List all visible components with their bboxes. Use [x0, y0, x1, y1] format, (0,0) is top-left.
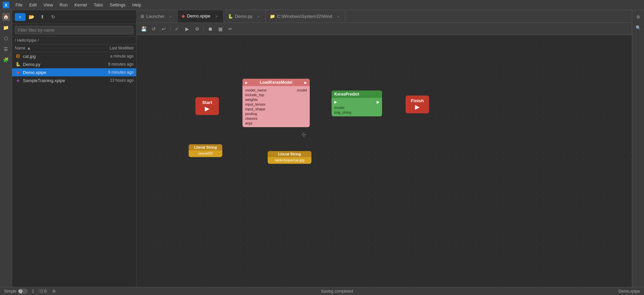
- toolbar-separator: [170, 26, 171, 32]
- menu-help[interactable]: Help: [129, 2, 144, 8]
- menu-view[interactable]: View: [41, 2, 55, 8]
- run-button[interactable]: ▶: [183, 25, 191, 33]
- node-finish[interactable]: Finish ▶: [406, 96, 429, 113]
- save-button[interactable]: 💾: [139, 25, 148, 33]
- menu-file[interactable]: File: [13, 2, 25, 8]
- launcher-tab-icon: ⊞: [141, 14, 144, 19]
- kernel-badge-icon: ⬡: [40, 289, 43, 293]
- menu-tabs[interactable]: Tabs: [91, 2, 106, 8]
- left-sidebar: 🏠 📁 ⬡ ☰ 🧩: [0, 10, 12, 287]
- tab-label: Demo.py: [235, 14, 253, 19]
- file-modified: a minute ago: [90, 54, 134, 59]
- content-area: ⊞ Launcher × ◆ Demo.xpipe × 🐍 Demo.py × …: [137, 10, 632, 287]
- active-file: Demo.xpipe: [618, 289, 640, 294]
- edit-button[interactable]: ✏: [226, 25, 235, 33]
- menu-settings[interactable]: Settings: [107, 2, 128, 8]
- tab-close-demo-py[interactable]: ×: [256, 14, 261, 19]
- folder-tab-icon: 📁: [270, 14, 275, 19]
- sidebar-icon-list[interactable]: ☰: [2, 45, 10, 53]
- simple-toggle[interactable]: Simple: [4, 289, 28, 294]
- node-literal-string-1[interactable]: Literal String resnet50: [189, 144, 222, 157]
- tab-close-launcher[interactable]: ×: [168, 14, 173, 19]
- file-item-demo-py[interactable]: 🐍 Demo.py 9 minutes ago: [12, 60, 136, 68]
- lkm-port-model-name: model_name model: [245, 88, 307, 92]
- undo-button[interactable]: ↩: [159, 25, 168, 33]
- tab-launcher[interactable]: ⊞ Launcher ×: [137, 10, 178, 23]
- sidebar-icon-extensions[interactable]: 🧩: [2, 56, 10, 64]
- file-item-sample-training[interactable]: ◈ SampleTraining.xpipe 13 hours ago: [12, 76, 136, 84]
- node-load-keras-model[interactable]: ▶ LoadKerasModel ▶ model_name model incl…: [242, 79, 310, 127]
- column-modified[interactable]: Last Modified: [90, 46, 134, 50]
- tab-demo-py[interactable]: 🐍 Demo.py ×: [224, 10, 266, 23]
- tab-label: C:\Windows\System32\Wind: [277, 14, 332, 19]
- toggle-track[interactable]: [18, 289, 28, 294]
- kp-title: KerasPredict: [334, 92, 359, 97]
- check-button[interactable]: ✓: [173, 25, 181, 33]
- file-modified: 9 minutes ago: [90, 62, 134, 67]
- tab-close-system32[interactable]: ×: [336, 14, 341, 19]
- menu-kernel[interactable]: Kernel: [72, 2, 90, 8]
- file-name: Demo.xpipe: [23, 70, 90, 75]
- statusbar-left: Simple 2 ⬡ 0 ⚙: [4, 289, 56, 294]
- app-logo: X: [3, 2, 9, 8]
- pipeline-canvas[interactable]: Start ▶ ▶ LoadKerasModel ▶ model_name mo: [137, 35, 632, 287]
- settings-button[interactable]: ⚙: [193, 25, 201, 33]
- node-literal-string-2[interactable]: Literal String HelloXpipe/cat.jpg: [268, 151, 311, 164]
- sidebar-icon-files[interactable]: 📁: [2, 24, 10, 32]
- menu-edit[interactable]: Edit: [27, 2, 39, 8]
- node-start-play: ▶: [205, 105, 210, 112]
- tab-label: Demo.xpipe: [187, 13, 210, 19]
- right-sidebar: ⚙ 🔍: [632, 10, 644, 287]
- lkm-port-input-tensor: input_tensor: [245, 102, 307, 106]
- file-item-demo-xpipe[interactable]: ◆ Demo.xpipe 9 minutes ago: [12, 68, 136, 76]
- toggle-thumb: [18, 289, 23, 293]
- connections-svg: [137, 35, 237, 85]
- move-cursor: ⊹: [301, 131, 306, 138]
- node-start[interactable]: Start ▶: [195, 97, 219, 115]
- new-button[interactable]: + +: [15, 13, 26, 21]
- file-item-cat[interactable]: 🖼 cat.jpg a minute ago: [12, 52, 136, 60]
- file-name: cat.jpg: [23, 54, 90, 59]
- lkm-port-pooling: pooling: [245, 112, 307, 116]
- editor-toolbar: 💾 ↺ ↩ ✓ ▶ ⚙ ⏹ ▦ ✏: [137, 23, 632, 35]
- reload-button[interactable]: ↺: [149, 25, 158, 33]
- file-name: Demo.py: [23, 62, 90, 67]
- file-toolbar: + + 📂 ⬆ ↻: [12, 10, 136, 24]
- search-bar: [12, 24, 136, 37]
- stop-button[interactable]: ⏹: [206, 25, 215, 33]
- right-settings-icon[interactable]: ⚙: [634, 13, 642, 21]
- xpipe-icon: ◆: [15, 69, 21, 75]
- menu-run[interactable]: Run: [57, 2, 70, 8]
- sidebar-icon-layers[interactable]: ⬡: [2, 34, 10, 42]
- tabs-bar: ⊞ Launcher × ◆ Demo.xpipe × 🐍 Demo.py × …: [137, 10, 632, 23]
- status-message: Saving completed: [321, 289, 353, 294]
- grid-button[interactable]: ▦: [216, 25, 225, 33]
- tab-system32[interactable]: 📁 C:\Windows\System32\Wind ×: [266, 10, 345, 23]
- tab-demo-xpipe[interactable]: ◆ Demo.xpipe ×: [178, 10, 223, 23]
- column-name[interactable]: Name ▲: [15, 46, 90, 50]
- right-inspector-icon[interactable]: 🔍: [634, 24, 642, 32]
- file-panel: + + 📂 ⬆ ↻ / HelloXpipe / Name ▲ Last Mod…: [12, 10, 137, 287]
- jpg-icon: 🖼: [15, 53, 21, 59]
- upload-button[interactable]: ⬆: [38, 12, 47, 22]
- sidebar-icon-home[interactable]: 🏠: [2, 13, 10, 21]
- file-list-header: Name ▲ Last Modified: [12, 44, 136, 52]
- open-folder-button[interactable]: 📂: [27, 12, 36, 22]
- lkm-output-port: ▶: [304, 81, 307, 84]
- breadcrumb: / HelloXpipe /: [12, 37, 136, 44]
- kp-port-img-string: img_string: [334, 110, 379, 114]
- file-list: 🖼 cat.jpg a minute ago 🐍 Demo.py 9 minut…: [12, 52, 136, 287]
- xpipe-sample-icon: ◈: [15, 77, 21, 83]
- search-input[interactable]: [15, 26, 134, 34]
- lit2-header: Literal String: [268, 151, 311, 157]
- settings-badge-icon: ⚙: [52, 289, 56, 294]
- py-icon: 🐍: [15, 61, 21, 67]
- py-tab-icon: 🐍: [228, 14, 233, 19]
- xpipe-tab-icon: ◆: [182, 13, 185, 19]
- kp-port-model: model: [334, 106, 379, 110]
- file-modified: 13 hours ago: [90, 78, 134, 83]
- lkm-port-weights: weights: [245, 98, 307, 102]
- refresh-button[interactable]: ↻: [48, 12, 58, 22]
- tab-close-demo-xpipe[interactable]: ×: [214, 13, 219, 19]
- node-keras-predict[interactable]: KerasPredict ▶ ▶ model img_string: [332, 90, 382, 116]
